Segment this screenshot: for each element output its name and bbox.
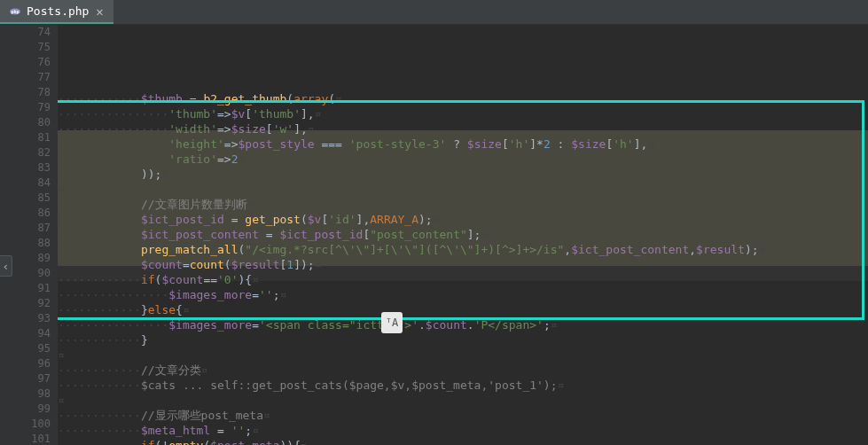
code-line[interactable]: ············//文章分类¤ bbox=[58, 363, 868, 378]
line-number: 100 bbox=[0, 417, 51, 432]
code-line[interactable]: ············}else{¤ bbox=[58, 302, 868, 317]
code-line[interactable]: ············$ict_post_id = get_post($v['… bbox=[58, 212, 868, 227]
code-line[interactable]: ················$images_more='<span clas… bbox=[58, 317, 868, 332]
line-number: 97 bbox=[0, 371, 51, 386]
code-line[interactable]: ············if($count=='0'){¤ bbox=[58, 272, 868, 287]
line-number: 98 bbox=[0, 386, 51, 402]
code-line[interactable]: ················'width'=>$size['w'],¤ bbox=[58, 121, 868, 137]
line-number: 101 bbox=[0, 432, 51, 445]
code-line[interactable]: ············if(!empty($post_meta)){¤ bbox=[58, 438, 868, 445]
code-line[interactable]: ················$images_more='';¤ bbox=[58, 287, 868, 302]
code-line[interactable]: ¤ bbox=[58, 347, 868, 363]
tab-filename: Posts.php bbox=[27, 4, 89, 18]
line-number: 75 bbox=[0, 40, 51, 55]
line-number: 94 bbox=[0, 326, 51, 341]
line-number: 99 bbox=[0, 402, 51, 417]
code-line[interactable]: ············));¤ bbox=[58, 167, 868, 182]
code-content[interactable]: ············$thumb = b2_get_thumb(array(… bbox=[58, 91, 868, 445]
line-number: 77 bbox=[0, 70, 51, 85]
panel-collapse-handle[interactable]: ‹ bbox=[0, 255, 12, 277]
code-line[interactable]: ················'height'=>$post_style ==… bbox=[58, 137, 868, 152]
line-number: 79 bbox=[0, 100, 51, 115]
code-line[interactable]: ············//显示哪些post_meta¤ bbox=[58, 408, 868, 423]
line-number: 96 bbox=[0, 356, 51, 371]
code-line[interactable]: ············preg_match_all("/<img.*?src[… bbox=[58, 242, 868, 257]
editor-tab[interactable]: php Posts.php ✕ bbox=[0, 0, 113, 24]
line-number: 74 bbox=[0, 25, 51, 40]
code-line[interactable]: ············$count=count($result[1]);¤ bbox=[58, 257, 868, 272]
line-number: 86 bbox=[0, 206, 51, 221]
code-line[interactable]: ············$cats ... self::get_post_cat… bbox=[58, 378, 868, 393]
line-number: 92 bbox=[0, 296, 51, 311]
line-number: 76 bbox=[0, 55, 51, 70]
line-number: 87 bbox=[0, 221, 51, 236]
code-line[interactable]: ················'thumb'=>$v['thumb'],¤ bbox=[58, 106, 868, 121]
code-line[interactable]: ············} bbox=[58, 332, 868, 347]
code-area[interactable]: ············$thumb = b2_get_thumb(array(… bbox=[58, 25, 868, 445]
code-line[interactable]: ············$thumb = b2_get_thumb(array(… bbox=[58, 91, 868, 106]
line-number: 83 bbox=[0, 160, 51, 176]
code-line[interactable]: ················'ratio'=>2¤ bbox=[58, 152, 868, 167]
line-number: 81 bbox=[0, 130, 51, 145]
code-line[interactable]: ············$ict_post_content = $ict_pos… bbox=[58, 227, 868, 242]
php-file-icon: php bbox=[9, 5, 21, 18]
line-number: 91 bbox=[0, 281, 51, 296]
svg-text:php: php bbox=[11, 9, 19, 15]
code-line[interactable]: ············//文章图片数量判断¤ bbox=[58, 197, 868, 212]
line-number: 95 bbox=[0, 341, 51, 356]
line-number: 80 bbox=[0, 115, 51, 130]
line-number: 78 bbox=[0, 85, 51, 100]
close-icon[interactable]: ✕ bbox=[94, 6, 105, 17]
line-number: 82 bbox=[0, 145, 51, 160]
translate-icon[interactable]: ᵀA bbox=[381, 312, 403, 333]
line-number: 84 bbox=[0, 176, 51, 191]
tab-bar: php Posts.php ✕ bbox=[0, 0, 868, 25]
line-number: 93 bbox=[0, 311, 51, 326]
code-line[interactable]: ············$meta_html = '';¤ bbox=[58, 423, 868, 438]
code-line[interactable]: ¤ bbox=[58, 182, 868, 197]
line-number: 85 bbox=[0, 191, 51, 206]
code-editor: ‹ 74757677787980818283848586878889909192… bbox=[0, 25, 868, 445]
line-number-gutter: 7475767778798081828384858687888990919293… bbox=[0, 25, 58, 445]
code-line[interactable]: ¤ bbox=[58, 393, 868, 408]
line-number: 88 bbox=[0, 236, 51, 251]
